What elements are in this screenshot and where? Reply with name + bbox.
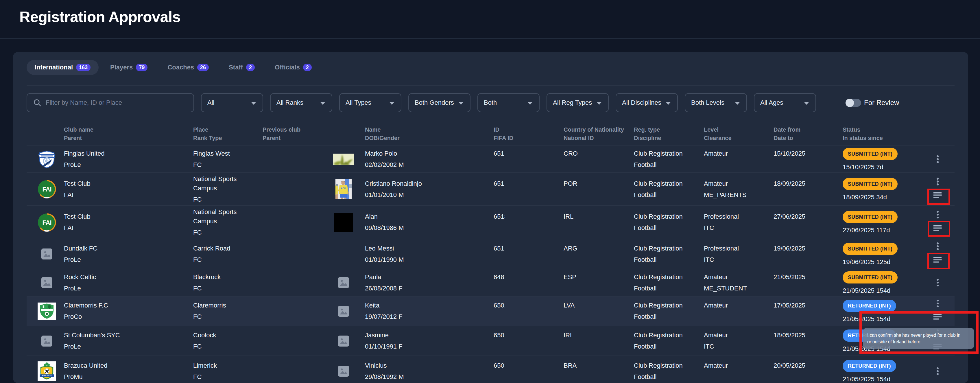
- svg-text:BRAZUCA: BRAZUCA: [42, 375, 52, 377]
- svg-text:AFC: AFC: [341, 187, 346, 190]
- svg-text:FAI: FAI: [42, 219, 51, 226]
- svg-text:FAI: FAI: [42, 186, 51, 193]
